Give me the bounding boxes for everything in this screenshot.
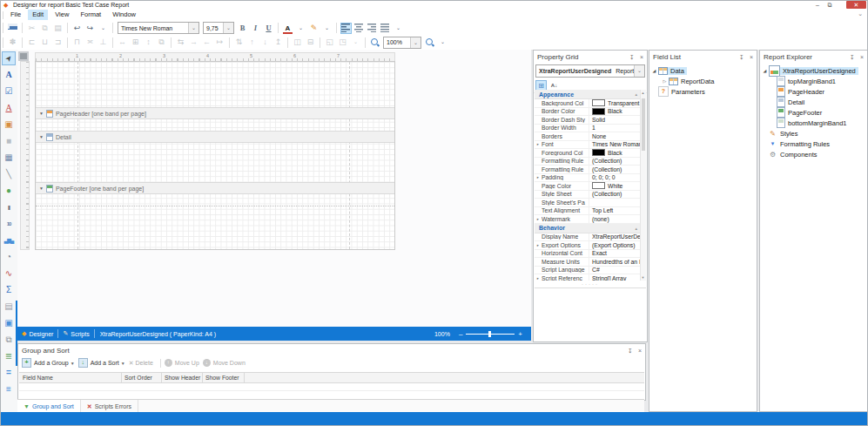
- close-icon[interactable]: ×: [860, 53, 864, 61]
- chevron-down-icon[interactable]: ⌄: [858, 10, 863, 17]
- same-size-icon[interactable]: ⧉: [156, 37, 167, 48]
- column-header[interactable]: Sort Order: [124, 375, 152, 381]
- property-row[interactable]: ▸Script ReferencString[] Array: [535, 274, 641, 281]
- size-to-grid-icon[interactable]: ⊞: [130, 37, 141, 48]
- tree-node-report-root[interactable]: ◢ XtraReportUserDesigned: [761, 65, 866, 76]
- delete-button[interactable]: ✕ Delete: [129, 360, 153, 367]
- align-middles-icon[interactable]: ≍: [84, 37, 96, 48]
- label-tool[interactable]: A: [2, 68, 16, 82]
- same-width-icon[interactable]: ↔: [117, 37, 128, 48]
- right-margin-line[interactable]: [349, 62, 350, 249]
- pin-icon[interactable]: ↧: [850, 53, 855, 61]
- pagebreak-tool[interactable]: ⧉: [2, 333, 16, 347]
- redo-icon[interactable]: ↪: [84, 23, 96, 34]
- property-row[interactable]: Horizontal ContExact: [535, 250, 641, 259]
- font-color-button[interactable]: A: [282, 23, 293, 34]
- band-pagefooter[interactable]: ▼ PageFooter [one band per page]: [36, 182, 394, 194]
- increase-v-spacing-icon[interactable]: ↑: [246, 37, 258, 48]
- band-detail[interactable]: ▼ Detail: [36, 131, 394, 143]
- shape-tool[interactable]: ●: [2, 184, 16, 198]
- property-row[interactable]: ▸Padding0; 0; 0; 0: [535, 174, 641, 183]
- highlight-button[interactable]: ✎: [308, 23, 320, 34]
- expander-icon[interactable]: ◢: [650, 68, 658, 73]
- tree-node-formatting-rules[interactable]: ▼ Formatting Rules: [761, 139, 866, 149]
- close-icon[interactable]: ×: [750, 53, 753, 61]
- property-row[interactable]: BordersNone: [535, 132, 641, 141]
- expander-icon[interactable]: ◢: [761, 68, 769, 73]
- picturebox-tool[interactable]: ▣: [2, 118, 16, 132]
- move-up-button[interactable]: ↑ Move Up: [165, 359, 199, 367]
- property-grid-scrollbar[interactable]: ▲▼: [640, 90, 646, 281]
- chevron-down-icon[interactable]: ⌄: [295, 23, 306, 34]
- pin-icon[interactable]: ↧: [629, 53, 635, 61]
- increase-h-spacing-icon[interactable]: →: [188, 37, 199, 48]
- chevron-down-icon[interactable]: ⌄: [437, 37, 448, 48]
- pageinfo-tool[interactable]: ▣: [2, 316, 16, 330]
- chevron-down-icon[interactable]: ⌄: [393, 23, 404, 34]
- remove-v-spacing-icon[interactable]: ↥: [273, 37, 284, 48]
- center-vertically-icon[interactable]: ⊟: [305, 37, 316, 48]
- same-height-icon[interactable]: ↕: [143, 37, 154, 48]
- copy-icon[interactable]: ⧉: [39, 23, 50, 34]
- chevron-down-icon[interactable]: ⌄: [98, 23, 109, 34]
- crossband-line-tool[interactable]: ≣: [2, 349, 16, 363]
- report-page[interactable]: ▼ PageHeader [one band per page] ▼ Detai…: [35, 61, 395, 250]
- add-group-button[interactable]: + Add a Group ▼: [22, 358, 75, 368]
- collapse-icon[interactable]: ▼: [39, 111, 44, 116]
- tree-node-parameters[interactable]: ? Parameters: [650, 86, 756, 97]
- property-row[interactable]: Foreground ColBlack: [535, 149, 641, 158]
- align-lefts-icon[interactable]: ⊏: [26, 37, 37, 48]
- category-appearance[interactable]: Appearance▴: [535, 90, 641, 99]
- tree-node-bottommarginband[interactable]: bottomMarginBand1: [761, 118, 866, 128]
- tree-node-data[interactable]: ◢ Data: [650, 65, 756, 76]
- decrease-h-spacing-icon[interactable]: ←: [201, 37, 212, 48]
- zoom-slider-thumb[interactable]: [488, 331, 491, 337]
- property-row[interactable]: Border Width1: [535, 125, 641, 133]
- send-to-back-icon[interactable]: ◳: [337, 37, 348, 48]
- expand-icon[interactable]: ▸: [535, 276, 542, 281]
- chevron-down-icon[interactable]: ⌄: [188, 23, 198, 33]
- undo-icon[interactable]: ↩: [71, 23, 83, 34]
- property-row[interactable]: ▸Watermark(none): [535, 215, 641, 224]
- property-row[interactable]: Background ColTransparent: [535, 99, 641, 108]
- align-center-button[interactable]: [353, 23, 365, 34]
- font-size-combo[interactable]: 9,75 ⌄: [203, 22, 234, 34]
- collapse-icon[interactable]: ▼: [39, 186, 44, 191]
- close-icon[interactable]: ×: [640, 53, 643, 61]
- crossband-box-tool[interactable]: =: [2, 366, 16, 380]
- property-row[interactable]: Measure UnitsHundredths of an I...: [535, 258, 641, 267]
- property-row[interactable]: Formatting Rule(Collection): [535, 166, 641, 174]
- left-margin-line[interactable]: [77, 62, 78, 249]
- save-button[interactable]: [8, 24, 17, 33]
- zoom-combo[interactable]: 100% ⌄: [383, 37, 421, 49]
- expand-icon[interactable]: ▸: [535, 175, 542, 179]
- tree-node-reportdata[interactable]: ▷ ReportData: [650, 76, 756, 86]
- component-selector[interactable]: XtraReportUserDesigned Report ⌄: [535, 64, 645, 78]
- gauge-tool[interactable]: ◔: [2, 250, 16, 264]
- decrease-v-spacing-icon[interactable]: ↓: [259, 37, 271, 48]
- align-justify-button[interactable]: [380, 23, 391, 34]
- property-row[interactable]: Style Sheet's Pa: [535, 199, 641, 207]
- tree-node-detail[interactable]: Detail: [761, 97, 866, 107]
- zoom-in-button[interactable]: +: [518, 330, 522, 338]
- property-row[interactable]: Formatting Rule(Collection): [535, 158, 641, 166]
- tree-node-components[interactable]: ⚙ Components: [761, 149, 866, 159]
- close-button[interactable]: ✕: [846, 1, 866, 9]
- collapse-icon[interactable]: ▴: [635, 91, 637, 97]
- font-name-combo[interactable]: Times New Roman ⌄: [118, 22, 199, 34]
- italic-button[interactable]: I: [250, 23, 261, 34]
- splitter-handle[interactable]: ·····: [535, 281, 646, 287]
- zoom-slider[interactable]: [466, 334, 515, 335]
- pivotgrid-tool[interactable]: Σ: [2, 283, 16, 297]
- equal-h-spacing-icon[interactable]: ⇆: [175, 37, 186, 48]
- minimize-button[interactable]: –: [812, 1, 823, 9]
- subreport-tool[interactable]: ▤: [2, 300, 16, 314]
- tree-node-styles[interactable]: ✎ Styles: [761, 128, 866, 139]
- column-header[interactable]: Show Header: [165, 375, 200, 381]
- collapse-icon[interactable]: ▼: [39, 134, 44, 139]
- checkbox-tool[interactable]: ☑: [2, 85, 16, 98]
- collapse-icon[interactable]: ▴: [635, 226, 637, 231]
- chevron-down-icon[interactable]: ⌄: [350, 37, 361, 48]
- property-row[interactable]: Display NameXtraReportUserDe...: [535, 233, 641, 242]
- design-surface[interactable]: 1 2 3 4 5 6 7 ▼ PageHeader [one band per…: [17, 50, 531, 327]
